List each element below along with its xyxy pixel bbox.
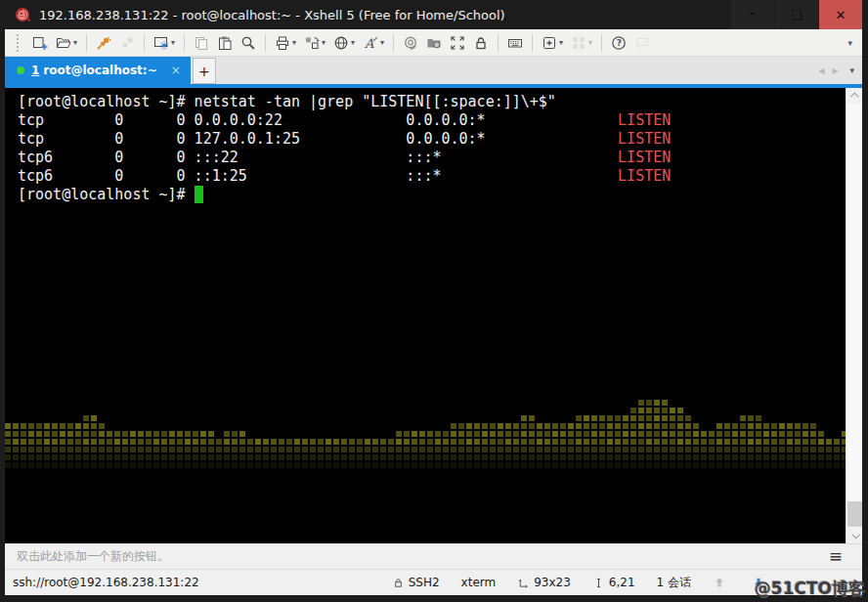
terminal-line: tcp6 0 0 :::22 :::* LISTEN: [18, 149, 862, 167]
tab-scroll-left-icon[interactable]: ◂: [818, 64, 824, 77]
quickbar-menu-icon[interactable]: ≡: [829, 548, 854, 565]
connect-icon: [96, 35, 111, 51]
find-icon: [240, 35, 256, 51]
print-icon: [275, 35, 290, 51]
toolbar-xftp-button[interactable]: [423, 31, 445, 55]
toolbar-grip-handle[interactable]: [17, 34, 21, 52]
toolbar-overflow-button[interactable]: ▾: [847, 38, 858, 48]
dropdown-caret-icon: ▾: [292, 38, 296, 47]
toolbar-new-session-button[interactable]: [29, 31, 51, 55]
dropdown-caret-icon: ▾: [588, 38, 592, 47]
listen-state-text: LISTEN: [618, 167, 671, 185]
paste-icon: [217, 35, 233, 51]
maximize-button[interactable]: ❑: [775, 0, 818, 29]
toolbar-copy-button: [191, 31, 212, 55]
toolbar-separator: [184, 34, 185, 52]
resize-icon: [517, 577, 534, 589]
terminal-area[interactable]: [root@localhost ~]# netstat -tan |grep "…: [5, 88, 862, 543]
listen-state-text: LISTEN: [618, 149, 671, 166]
terminal-text: [root@localhost ~]# netstat -tan |grep "…: [5, 88, 862, 204]
copy-icon: [194, 35, 209, 51]
scrollbar-thumb[interactable]: [847, 501, 862, 527]
toolbar-tile-windows-button: ▾: [568, 31, 595, 55]
listen-state-text: LISTEN: [618, 111, 671, 129]
statusbar-protocol-label: SSH2: [409, 576, 440, 589]
svg-text:?: ?: [617, 38, 622, 48]
new-tab-button[interactable]: +: [193, 58, 216, 84]
terminal-segment: tcp6 0 0 ::1:25 :::*: [18, 167, 618, 185]
toolbar-xshell-button[interactable]: [400, 31, 421, 55]
terminal-scrollbar[interactable]: [846, 88, 862, 543]
status-bar: ssh://root@192.168.238.131:22 SSH2xterm9…: [5, 569, 862, 595]
close-icon: ✕: [836, 9, 846, 22]
minimize-button[interactable]: –: [731, 0, 774, 29]
toolbar-feedback-button: [631, 31, 653, 55]
toolbar-print-button[interactable]: ▾: [272, 31, 299, 55]
toolbar-help-button[interactable]: ?: [608, 31, 629, 55]
lock-icon: [473, 35, 489, 51]
statusbar-session-count-label: 1 会话: [657, 575, 691, 591]
terminal-line: tcp6 0 0 ::1:25 :::* LISTEN: [18, 167, 862, 186]
xshell-window: 192.168.238.131:22 - root@localhost:~ - …: [0, 0, 868, 602]
transfer-icon: [304, 35, 320, 51]
tab-menu-icon[interactable]: ▾: [849, 65, 854, 75]
dropdown-caret-icon: ▾: [351, 38, 355, 47]
toolbar-connect-button[interactable]: [93, 31, 114, 55]
close-button[interactable]: ✕: [819, 0, 862, 29]
listen-state-text: LISTEN: [618, 130, 671, 148]
toolbar-separator: [601, 34, 602, 52]
window-title: 192.168.238.131:22 - root@localhost:~ - …: [39, 8, 505, 22]
terminal-segment: [root@localhost ~]# netstat -tan |grep "…: [18, 93, 556, 110]
toolbar-font-button[interactable]: A▾: [360, 31, 387, 55]
toolbar-web-button[interactable]: ▾: [330, 31, 358, 55]
connection-url: ssh://root@192.168.238.131:22: [13, 576, 199, 589]
tab-bar: 1 root@localhost:~ × + ◂ ▸ ▾: [5, 57, 862, 84]
toolbar-paste-button[interactable]: [214, 31, 236, 55]
toolbar-lock-screen-button[interactable]: [470, 31, 492, 55]
toolbar: ▾▾▾▾▾A▾▾▾? ▾: [5, 29, 862, 57]
fullscreen-icon: [450, 35, 465, 51]
open-folder-icon: [56, 35, 71, 51]
toolbar-open-session-button[interactable]: ▾: [53, 31, 80, 55]
tab-index: 1: [31, 64, 39, 77]
scrollbar-up-button[interactable]: [846, 88, 862, 104]
toolbar-new-window-button[interactable]: ▾: [539, 31, 566, 55]
dropdown-caret-icon: ▾: [380, 38, 384, 47]
equalizer-watermark: [5, 398, 846, 470]
toolbar-separator: [86, 34, 87, 52]
toolbar-separator: [498, 34, 499, 52]
svg-text:A: A: [364, 35, 374, 50]
arrow-up-icon: [713, 576, 730, 589]
tab-navigation: ◂ ▸ ▾: [814, 57, 862, 84]
statusbar-scroll-up-indicator: [713, 576, 730, 589]
chevron-up-icon: [850, 92, 858, 100]
toolbar-transfer-button[interactable]: ▾: [301, 31, 328, 55]
xshell-logo-icon: [14, 6, 31, 23]
tab-session-1[interactable]: 1 root@localhost:~ ×: [5, 57, 191, 84]
statusbar-protocol: SSH2: [392, 576, 440, 589]
toolbar-fullscreen-button[interactable]: [447, 31, 468, 55]
dropdown-caret-icon: ▾: [171, 38, 175, 47]
dropdown-caret-icon: ▾: [73, 38, 77, 47]
quick-button-bar[interactable]: 双击此处添加一个新的按钮。 ≡: [5, 543, 862, 569]
scrollbar-down-button[interactable]: [846, 528, 862, 543]
maximize-icon: ❑: [791, 9, 803, 22]
terminal-segment: [root@localhost ~]#: [18, 186, 195, 203]
new-window-icon: [542, 35, 557, 51]
statusbar-terminal-size-label: 93x23: [534, 576, 571, 589]
message-icon: [634, 35, 650, 51]
terminal-line: [root@localhost ~]# netstat -tan |grep "…: [18, 93, 862, 111]
statusbar-terminal-type-label: xterm: [461, 576, 497, 589]
tile-icon: [571, 35, 586, 51]
dropdown-caret-icon: ▾: [322, 38, 326, 47]
terminal-line: tcp 0 0 127.0.0.1:25 0.0.0.0:* LISTEN: [18, 130, 862, 149]
tab-scroll-right-icon[interactable]: ▸: [832, 64, 838, 77]
toolbar-separator: [265, 34, 266, 52]
51cto-watermark: @51CTO博客: [755, 578, 865, 600]
toolbar-find-button[interactable]: [238, 31, 259, 55]
toolbar-session-properties-button[interactable]: ▾: [151, 31, 178, 55]
tab-close-icon[interactable]: ×: [171, 64, 181, 77]
terminal-segment: tcp 0 0 0.0.0.0:22 0.0.0.0:*: [18, 111, 618, 129]
toolbar-virtual-keyboard-button[interactable]: [504, 31, 526, 55]
toolbar-separator: [532, 34, 533, 52]
